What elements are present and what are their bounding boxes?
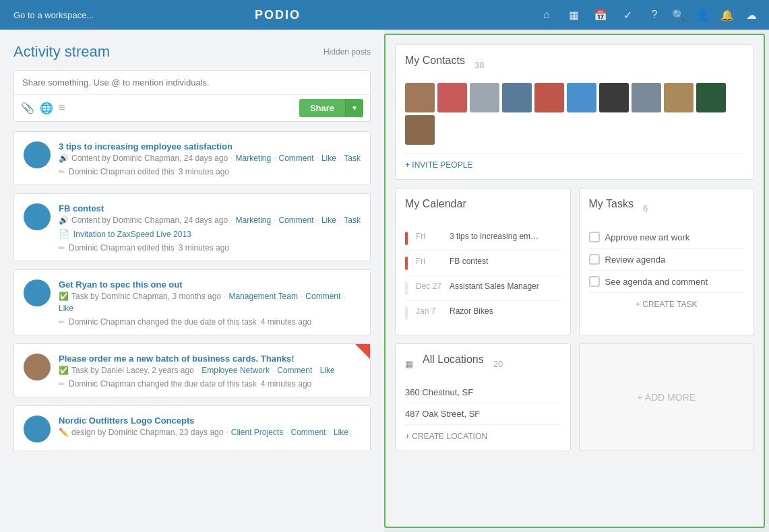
activity-content: 3 tips to increasing employee satisfacti… — [59, 141, 361, 176]
separator: · — [339, 154, 341, 163]
share-button[interactable]: Share — [299, 99, 345, 117]
comment-link[interactable]: Comment — [279, 215, 314, 225]
main-layout: Activity stream Hidden posts 📎 🌐 ≡ Share… — [0, 30, 769, 532]
type-icon: ✅ — [59, 292, 69, 301]
activity-item-title[interactable]: Please order me a new batch of business … — [59, 354, 361, 364]
calendar-event[interactable]: Razor Bikes — [450, 306, 493, 316]
add-more-section[interactable]: + ADD MORE — [579, 343, 755, 451]
search-icon[interactable]: 🔍 — [668, 4, 689, 26]
share-dropdown-arrow[interactable]: ▼ — [345, 99, 363, 117]
calendar-icon[interactable]: 📅 — [590, 4, 611, 26]
location-item[interactable]: 487 Oak Street, SF — [405, 403, 561, 425]
contact-avatar[interactable] — [696, 83, 726, 112]
calendar-tasks-row: My Calendar Fri 3 tips to increasing em…… — [395, 188, 754, 335]
contact-avatar[interactable] — [599, 83, 629, 112]
contact-avatar[interactable] — [470, 83, 499, 112]
contact-avatar[interactable] — [405, 115, 435, 145]
activity-content: Nordic Outfitters Logo Concepts ✏️ desig… — [59, 415, 361, 442]
calendar-bar — [405, 232, 408, 245]
activity-item-title[interactable]: 3 tips to increasing employee satisfacti… — [59, 141, 361, 152]
contact-avatar[interactable] — [664, 83, 694, 112]
separator: · — [301, 292, 303, 301]
separator: · — [343, 292, 345, 301]
contact-avatar[interactable] — [567, 83, 596, 112]
task-checkbox[interactable] — [589, 254, 600, 265]
tag-link[interactable]: Marketing — [235, 215, 271, 225]
meta-text: Task by Dominic Chapman, 3 months ago — [71, 292, 221, 301]
like-link[interactable]: Like — [334, 428, 348, 437]
invite-people-button[interactable]: + INVITE PEOPLE — [405, 153, 744, 170]
hidden-posts-link[interactable]: Hidden posts — [324, 47, 371, 57]
globe-icon[interactable]: 🌐 — [40, 102, 53, 114]
share-toolbar: 📎 🌐 ≡ Share ▼ — [14, 94, 370, 121]
calendar-event[interactable]: 3 tips to increasing em… — [450, 232, 539, 241]
separator: · — [230, 154, 233, 163]
activity-item-title[interactable]: Get Ryan to spec this one out — [59, 279, 361, 290]
calendar-date: Fri — [416, 232, 441, 241]
board-icon[interactable]: ▦ — [563, 4, 584, 26]
calendar-event[interactable]: Assistant Sales Manager — [450, 281, 539, 291]
create-task-button[interactable]: + CREATE TASK — [589, 300, 745, 309]
task-checkbox[interactable] — [589, 232, 600, 242]
contact-avatar[interactable] — [405, 83, 435, 112]
tasks-icon[interactable]: ✓ — [617, 4, 638, 26]
comment-link[interactable]: Comment — [305, 292, 340, 301]
comment-link[interactable]: Comment — [291, 428, 326, 437]
separator: · — [272, 366, 274, 375]
help-icon[interactable]: ? — [644, 4, 665, 26]
type-icon: 🔊 — [59, 215, 69, 225]
calendar-event[interactable]: FB contest — [450, 257, 488, 266]
task-label: Review agenda — [605, 255, 745, 265]
calendar-bar — [405, 281, 408, 295]
contact-avatar[interactable] — [534, 83, 564, 112]
like-link[interactable]: Like — [321, 154, 336, 163]
contact-avatar[interactable] — [502, 83, 532, 112]
activity-item: Get Ryan to spec this one out ✅ Task by … — [13, 269, 371, 335]
contact-avatar[interactable] — [632, 83, 661, 112]
calendar-date: Jan 7 — [416, 306, 441, 316]
separator: · — [274, 154, 276, 163]
tag-link[interactable]: Management Team — [228, 292, 298, 301]
edit-time: 3 minutes ago — [179, 167, 229, 176]
activity-item-title[interactable]: FB contest — [59, 203, 361, 213]
separator: · — [224, 292, 226, 301]
comment-link[interactable]: Comment — [277, 366, 312, 375]
activity-item: 3 tips to increasing employee satisfacti… — [13, 131, 371, 185]
activity-meta: ✅ Task by Dominic Chapman, 3 months ago … — [59, 292, 361, 313]
share-input[interactable] — [14, 71, 370, 94]
contact-avatar[interactable] — [437, 83, 467, 112]
profile-icon[interactable]: 👤 — [692, 4, 714, 26]
notifications-icon[interactable]: 🔔 — [716, 4, 738, 26]
task-link[interactable]: Task — [344, 215, 361, 225]
meta-text: Content by Dominic Chapman, 24 days ago — [71, 215, 228, 225]
like-link[interactable]: Like — [59, 304, 73, 313]
like-link[interactable]: Like — [320, 366, 335, 375]
task-link[interactable]: Task — [344, 154, 361, 163]
calendar-item: Fri FB contest — [405, 251, 561, 276]
tag-link[interactable]: Marketing — [235, 154, 271, 163]
task-checkbox[interactable] — [589, 276, 600, 287]
meta-text: design by Dominic Chapman, 23 days ago — [71, 428, 223, 437]
locations-section: ▦ All Locations 20 360 Chestnut, SF 487 … — [395, 343, 571, 451]
attach-icon[interactable]: 📎 — [21, 102, 34, 114]
share-toolbar-icons: 📎 🌐 ≡ — [21, 102, 65, 114]
tasks-count: 6 — [643, 203, 648, 213]
create-location-button[interactable]: + CREATE LOCATION — [405, 432, 561, 441]
tag-link[interactable]: Client Projects — [231, 428, 283, 437]
attachment-link[interactable]: 📄 Invitation to ZaxSpeed Live 2013 — [59, 229, 361, 239]
locations-count: 20 — [493, 359, 503, 369]
workspace-selector[interactable]: Go to a workspace... — [7, 10, 100, 20]
menu-icon[interactable]: ≡ — [59, 102, 65, 114]
activity-item: Nordic Outfitters Logo Concepts ✏️ desig… — [13, 405, 371, 451]
comment-link[interactable]: Comment — [279, 154, 314, 163]
home-icon[interactable]: ⌂ — [536, 4, 557, 26]
avatar — [24, 354, 51, 380]
like-link[interactable]: Like — [321, 215, 336, 225]
location-item[interactable]: 360 Chestnut, SF — [405, 382, 561, 403]
edit-time: 3 minutes ago — [179, 243, 229, 253]
activity-item-title[interactable]: Nordic Outfitters Logo Concepts — [59, 415, 361, 426]
tag-link[interactable]: Employee Network — [202, 366, 270, 375]
separator: · — [226, 428, 228, 437]
task-label: Approve new art work — [605, 232, 745, 242]
apps-icon[interactable]: ☁ — [741, 4, 762, 26]
